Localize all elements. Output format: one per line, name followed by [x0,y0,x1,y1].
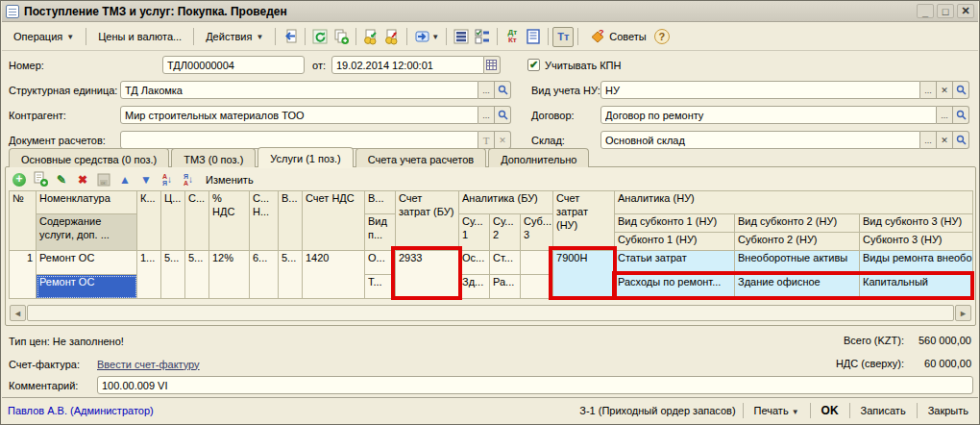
refresh-icon[interactable] [309,27,331,47]
actions-menu-button[interactable]: Действия▼ [198,27,271,46]
cell-nomenclature[interactable]: Ремонт ОС [37,251,137,275]
kpn-checkbox[interactable]: ✔ Учитывать КПН [527,59,622,71]
chevron-down-icon: ▼ [66,33,74,41]
cell-sub2-value[interactable]: Здание офисное [735,275,860,299]
cell-vid-p2[interactable]: Т... [365,275,396,299]
cell-sub1[interactable]: Статьи затрат [615,251,735,275]
cell-sub2[interactable]: Внеоборотные активы [735,251,860,275]
scroll-left-icon[interactable]: ◄ [10,305,26,321]
ellipsis-button[interactable]: ... [920,131,937,149]
cell-sub3-value[interactable]: Капитальный [860,275,973,299]
document-movements-icon[interactable]: ▼ [411,27,442,47]
comment-input[interactable] [97,376,973,394]
tab-fixed-assets[interactable]: Основные средства (0 поз.) [9,148,169,167]
dt-kt-icon[interactable]: ДтКт [502,27,523,47]
ok-button[interactable]: OK [818,402,843,419]
edit-row-icon[interactable]: ✎ [52,170,71,188]
col-header-vat-pct: % НДС [209,191,250,251]
sort-descending-icon[interactable]: ЯА↓ [179,170,198,188]
counterparty-label: Контрагент: [9,110,120,121]
open-button[interactable] [953,131,969,149]
tab-settlement-accounts[interactable]: Счета учета расчетов [355,148,486,167]
cell-k[interactable]: 1... [137,251,161,299]
print-form-button[interactable]: З-1 (Приходный ордер запасов) [579,405,735,416]
open-button[interactable] [953,106,969,124]
cell-sub1-value[interactable]: Расходы по ремонт... [615,275,735,299]
cell-s[interactable]: 5... [185,251,209,299]
cell-c[interactable]: 5... [161,251,185,299]
ellipsis-button[interactable]: ... [920,81,937,99]
structural-unit-input[interactable] [120,81,478,99]
cell-su1-line2[interactable]: Зд... [459,275,490,299]
ellipsis-button[interactable]: ... [478,106,495,124]
cell-su2[interactable]: Ст... [490,251,521,275]
document-structure-icon[interactable] [451,27,472,47]
clear-fill-icon[interactable] [381,27,403,47]
number-input[interactable] [162,56,305,74]
add-row-icon[interactable]: + [10,170,29,188]
advice-button[interactable]: ? Советы [582,25,653,48]
date-input[interactable] [331,56,484,74]
calendar-button[interactable] [484,56,501,74]
prices-currency-button[interactable]: Цены и валюта... [90,27,189,46]
operation-menu-button[interactable]: Операция▼ [6,27,82,46]
end-edit-icon[interactable]: ок [94,170,113,188]
close-form-button[interactable]: Закрыть [924,403,972,418]
warehouse-input[interactable] [600,131,920,149]
clear-button[interactable]: ✕ [937,81,953,99]
contract-input[interactable] [600,106,937,124]
report-journal-icon[interactable] [523,27,544,47]
cell-su3-line2[interactable] [521,275,553,299]
clear-button[interactable]: ✕ [937,131,953,149]
help-icon[interactable]: ? [654,29,670,44]
enter-invoice-link[interactable]: Ввести счет-фактуру [97,359,200,370]
scrollbar-thumb[interactable] [27,305,954,321]
delete-row-icon[interactable]: ✖ [73,170,92,188]
cell-sn[interactable]: 6... [250,251,279,299]
open-button[interactable] [953,81,969,99]
text-format-icon[interactable]: Тт [552,27,574,47]
cell-cost-nu[interactable]: 7900Н [553,251,615,299]
ellipsis-button[interactable]: ... [937,106,953,124]
refill-document-icon[interactable] [280,27,301,47]
scroll-right-icon[interactable]: ► [955,305,971,321]
edit-cell-button[interactable]: Изменить [200,174,259,186]
move-down-icon[interactable]: ▼ [136,170,156,188]
tab-tmz[interactable]: ТМЗ (0 поз.) [171,148,256,167]
structural-unit-row: Структурная единица: ... Вид учета НУ: .… [9,81,973,99]
nu-account-type-input[interactable] [600,81,920,99]
close-button[interactable]: ✕ [957,4,974,18]
ellipsis-button[interactable]: ... [478,81,495,99]
cell-su1[interactable]: Ос... [459,251,490,275]
statusbar-separator [810,403,811,418]
cell-vat-account[interactable]: 1420 [303,251,365,299]
cell-su2-line2[interactable]: Ра... [490,275,521,299]
print-button[interactable]: Печать ▼ [750,403,803,418]
clear-button[interactable]: ✕ [495,131,511,149]
cell-content-selected[interactable]: Ремонт ОС [37,275,137,299]
counterparty-input[interactable] [120,106,478,124]
minimize-button[interactable]: _ [917,4,934,18]
maximize-button[interactable]: □ [937,4,954,18]
settings-list-icon[interactable] [472,27,493,47]
copy-row-icon[interactable] [31,170,50,188]
open-button[interactable] [495,106,511,124]
save-button[interactable]: Записать [857,403,910,418]
cell-v[interactable]: 5... [279,251,303,299]
col-header-cost-nu: Счет затрат (НУ) [553,191,615,251]
horizontal-scrollbar[interactable]: ◄ ► [10,305,971,321]
sort-ascending-icon[interactable]: АЯ↓ [158,170,177,188]
cell-vat-pct[interactable]: 12% [209,251,250,299]
move-up-icon[interactable]: ▲ [115,170,135,188]
tab-additional[interactable]: Дополнительно [488,148,589,167]
copy-document-icon[interactable] [331,27,352,47]
cell-num[interactable]: 1 [10,251,37,299]
text-edit-button[interactable]: T [478,131,495,149]
cell-sub3[interactable]: Виды ремонта внеобо [860,251,973,275]
cell-cost-bu[interactable]: 2933 [396,251,459,299]
fill-document-icon[interactable] [360,27,381,47]
open-button[interactable] [495,81,511,99]
tab-services[interactable]: Услуги (1 поз.) [257,147,353,167]
cell-vid-p[interactable]: О... [365,251,396,275]
cell-su3[interactable] [521,251,553,275]
